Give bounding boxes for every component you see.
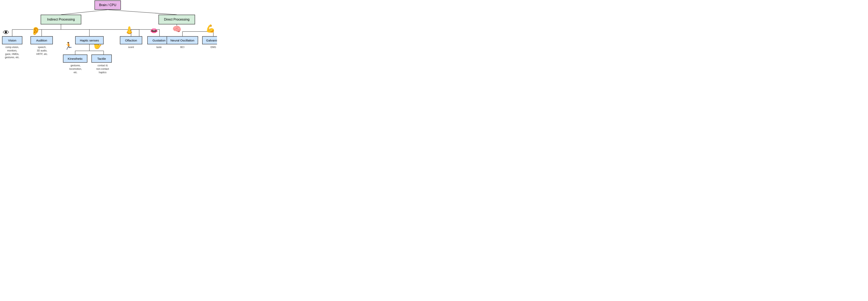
indirect-node: Indirect Processing	[41, 15, 81, 24]
olfaction-node: Olfaction	[120, 36, 142, 44]
vision-sublabel: comp.vision,monitors,gaze, HMDs,gestures…	[0, 46, 24, 59]
nose-icon: 👃	[125, 26, 134, 34]
tactile-sublabel: contact &non-contacthaptics	[89, 64, 116, 74]
galvanism-sublabel: EMG	[202, 46, 217, 49]
audition-node: Audition	[30, 36, 53, 44]
audition-label: Audition	[36, 39, 47, 42]
indirect-label: Indirect Processing	[47, 18, 75, 21]
olfaction-label: Olfaction	[125, 39, 137, 42]
eye-icon: 👁	[3, 29, 9, 36]
tactile-label: Tactile	[97, 57, 106, 60]
neural-label: Neural Oscillation	[170, 39, 194, 42]
lips-icon: 👄	[150, 27, 158, 34]
tactile-node: Tactile	[91, 55, 112, 63]
kinesthetic-label: Kinesthetic	[68, 57, 83, 60]
neural-sublabel: BCI	[166, 46, 198, 49]
olfaction-sublabel: scent	[120, 46, 142, 49]
direct-node: Direct Processing	[158, 15, 195, 24]
galvanism-node: Galvanism	[202, 36, 217, 44]
neural-node: Neural Oscillation	[166, 36, 198, 44]
haptic-label: Haptic senses	[80, 39, 99, 42]
galvanism-label: Galvanism	[206, 39, 217, 42]
gustation-label: Gustation	[152, 39, 165, 42]
brain-node: Brain / CPU	[94, 0, 121, 10]
runner-icon: 🏃	[64, 42, 73, 50]
svg-line-1	[108, 10, 177, 15]
direct-label: Direct Processing	[164, 18, 189, 21]
haptic-node: Haptic senses	[75, 36, 104, 44]
brain-label: Brain / CPU	[99, 3, 116, 7]
muscle-icon: 💪	[206, 24, 215, 33]
svg-line-0	[61, 10, 108, 15]
vision-node: Vision	[2, 36, 22, 44]
audition-sublabel: speech,3D audio,HRTF, etc.	[29, 46, 55, 56]
kinesthetic-sublabel: gestures,locomotion,etc.	[61, 64, 90, 74]
ear-icon: 👂	[31, 26, 40, 35]
diagram: Brain / CPU Indirect Processing Direct P…	[0, 0, 217, 75]
vision-label: Vision	[8, 39, 17, 42]
kinesthetic-node: Kinesthetic	[63, 55, 87, 63]
brain-icon: 🧠	[172, 25, 181, 33]
